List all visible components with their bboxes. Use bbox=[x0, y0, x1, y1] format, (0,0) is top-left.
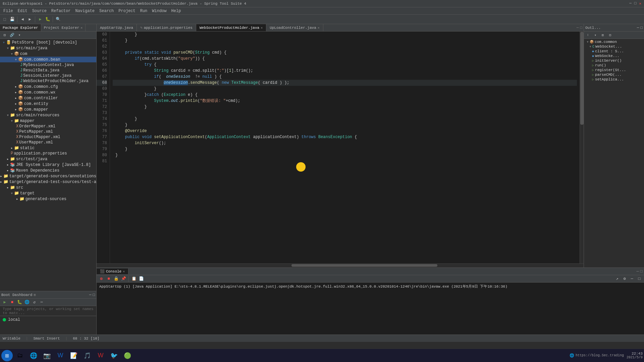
twitter-button[interactable]: 🐦 bbox=[108, 350, 120, 362]
editor-maximize-icon[interactable]: □ bbox=[580, 26, 582, 30]
tree-item-src[interactable]: ▸ 📁 src bbox=[0, 185, 96, 190]
console-panel-minimize[interactable]: ─ bbox=[637, 269, 639, 274]
outline-client-field[interactable]: ◆ client : S... bbox=[584, 49, 644, 54]
console-clear-icon[interactable]: ⊗ bbox=[98, 276, 105, 282]
outline-com-common[interactable]: ▿ 📦 com.common bbox=[584, 40, 644, 44]
boot-refresh-icon[interactable]: ↺ bbox=[31, 299, 38, 306]
menu-item-refactor[interactable]: Refactor bbox=[49, 8, 73, 14]
word-button[interactable]: W bbox=[54, 350, 66, 362]
outline-run[interactable]: ▷ run() bbox=[584, 63, 644, 68]
tree-item-jre[interactable]: ▸ 📚 JRE System Library [JavaSE-1.8] bbox=[0, 162, 96, 168]
tab-appstartup[interactable]: AppStartUp.java bbox=[97, 24, 137, 31]
run-button[interactable]: ▶ bbox=[37, 16, 44, 23]
tree-item-ordermapper[interactable]: X OrderMapper.xml bbox=[0, 124, 96, 129]
tab-websocket-close[interactable]: ✕ bbox=[261, 26, 263, 30]
console-minimize-icon[interactable]: ─ bbox=[629, 276, 635, 282]
tab-websocket[interactable]: WebSocketProductHolder.java ✕ bbox=[196, 24, 266, 31]
console-tab[interactable]: ⬛ Console ✕ bbox=[97, 268, 128, 274]
horizontal-scrollbar[interactable] bbox=[97, 263, 584, 267]
console-scroll-lock-icon[interactable]: 🔒 bbox=[113, 276, 119, 282]
toolbar-icon-3[interactable]: ◀ bbox=[19, 16, 26, 23]
tree-item-controller[interactable]: ▸ 📦 com.controller bbox=[0, 95, 96, 101]
outline-register[interactable]: ▷ register(St... bbox=[584, 68, 644, 72]
tree-item-generated-sources[interactable]: ▸ 📁 generated-sources bbox=[0, 196, 96, 202]
menu-item-file[interactable]: File bbox=[1, 8, 15, 14]
outline-initserver[interactable]: ▷ initServer() bbox=[584, 58, 644, 63]
console-close[interactable]: ✕ bbox=[123, 269, 125, 274]
boot-item-local[interactable]: local bbox=[3, 317, 94, 323]
boot-stop-icon[interactable]: ■ bbox=[9, 299, 15, 306]
console-panel-maximize[interactable]: □ bbox=[640, 269, 643, 274]
toolbar-icon-4[interactable]: ▶ bbox=[26, 16, 33, 23]
start-button[interactable]: ⊞ bbox=[1, 350, 13, 361]
link-editor-icon[interactable]: 🔗 bbox=[9, 32, 15, 39]
boot-debug-icon[interactable]: 🐛 bbox=[16, 299, 23, 306]
scrollbar-thumb[interactable] bbox=[580, 32, 584, 125]
console-copy-icon[interactable]: 📋 bbox=[130, 276, 137, 282]
console-settings-icon[interactable]: ⚙ bbox=[621, 276, 628, 282]
tree-item-commonwx[interactable]: ▸ 📦 com.common.wx bbox=[0, 89, 96, 95]
tree-item-sessionlistener[interactable]: J SessionListener.java bbox=[0, 73, 96, 78]
outline-websocke-field[interactable]: ◆ WebSocke... bbox=[584, 54, 644, 58]
chrome-button[interactable]: 🌐 bbox=[28, 350, 40, 362]
tree-item-srcmainjava[interactable]: ▿ 📁 src/main/java bbox=[0, 45, 96, 51]
tree-item-resultdata[interactable]: J ResultData.java bbox=[0, 68, 96, 73]
project-explorer-tab[interactable]: Project Explorer ✕ bbox=[41, 24, 86, 31]
tab-uploadcontroller[interactable]: UpLoadController.java ✕ bbox=[266, 24, 323, 31]
package-explorer-tab[interactable]: Package Explorer bbox=[0, 24, 41, 31]
menu-item-search[interactable]: Search bbox=[97, 8, 116, 14]
menu-item-window[interactable]: Window bbox=[150, 8, 168, 14]
tree-item-target-gen-test[interactable]: ▸ 📁 target/generated-test-sources/test-a… bbox=[0, 179, 96, 185]
outline-websocket-class[interactable]: ▿ C WebSocket... bbox=[584, 44, 644, 49]
h-scroll-thumb[interactable] bbox=[291, 264, 438, 267]
tree-item-mysession[interactable]: J MySessionContext.java bbox=[0, 62, 96, 68]
tree-item-com[interactable]: ▿ 📦 com bbox=[0, 51, 96, 57]
tree-item-appprops[interactable]: P application.properties bbox=[0, 151, 96, 156]
menu-item-project[interactable]: Project bbox=[116, 8, 137, 14]
boot-minimize-icon[interactable]: ─ bbox=[89, 293, 92, 297]
media-button[interactable]: 🎵 bbox=[81, 350, 93, 362]
outline-filter-icon[interactable]: ▾ bbox=[592, 32, 599, 39]
outline-parsecmd[interactable]: ▷ parseCMD(... bbox=[584, 72, 644, 77]
debug-button[interactable]: 🐛 bbox=[44, 16, 51, 23]
toolbar-icon-1[interactable]: ⬚ bbox=[1, 16, 8, 23]
outline-minimize[interactable]: ─ bbox=[637, 26, 639, 30]
tree-item-target[interactable]: ▿ 📁 target bbox=[0, 190, 96, 196]
tree-item-productmapper[interactable]: X ProductMapper.xml bbox=[0, 134, 96, 140]
search-icon[interactable]: 🔍 bbox=[55, 16, 61, 23]
wps-button[interactable]: W bbox=[95, 350, 107, 362]
minimize-button[interactable]: ─ bbox=[629, 1, 632, 6]
boot-open-icon[interactable]: 🌐 bbox=[23, 299, 30, 306]
boot-more-icon[interactable]: ⋯ bbox=[38, 299, 45, 306]
tree-item-mapper-folder[interactable]: ▿ 📁 mapper bbox=[0, 118, 96, 124]
menu-item-source[interactable]: Source bbox=[30, 8, 49, 14]
tree-item-mavendeps[interactable]: ▸ 📚 Maven Dependencies bbox=[0, 168, 96, 173]
outline-sort-icon[interactable]: ↕ bbox=[585, 32, 591, 39]
close-button[interactable]: ✕ bbox=[639, 1, 641, 6]
console-paste-icon[interactable]: 📄 bbox=[138, 276, 145, 282]
tab-appprops[interactable]: ✎ application.properties bbox=[137, 24, 196, 31]
tree-item-entity[interactable]: ▸ 📦 com.entity bbox=[0, 101, 96, 107]
tree-item-usermapper[interactable]: X UserMapper.xml bbox=[0, 140, 96, 145]
menu-item-edit[interactable]: Edit bbox=[16, 8, 30, 14]
project-explorer-close[interactable]: ✕ bbox=[80, 26, 83, 30]
collapse-all-icon[interactable]: ⊟ bbox=[1, 32, 8, 39]
tree-item-mapper[interactable]: ▸ 📦 com.mapper bbox=[0, 107, 96, 112]
maximize-button[interactable]: □ bbox=[634, 1, 637, 6]
view-menu-icon[interactable]: ▾ bbox=[16, 32, 23, 39]
code-content[interactable]: } } private static void parseCMD(String … bbox=[110, 32, 580, 263]
boot-start-icon[interactable]: ▶ bbox=[1, 299, 8, 306]
tree-item-commoncfg[interactable]: ▸ 📦 com.common.cfg bbox=[0, 84, 96, 89]
console-stop-icon[interactable]: ■ bbox=[105, 276, 112, 282]
tooltip-bubble[interactable] bbox=[296, 162, 306, 172]
console-maximize-icon[interactable]: □ bbox=[636, 276, 643, 282]
notepad-button[interactable]: 📝 bbox=[68, 350, 80, 362]
tree-item-petsmapper[interactable]: X PetsMapper.xml bbox=[0, 129, 96, 134]
tab-uploadcontroller-close[interactable]: ✕ bbox=[318, 26, 320, 30]
tree-item-websocketproductholder[interactable]: J WebSocketProductHolder.java bbox=[0, 78, 96, 84]
boot-maximize-icon[interactable]: □ bbox=[93, 293, 95, 297]
tree-item-target-gen-sources[interactable]: ▸ 📁 target/generated-sources/annotations bbox=[0, 173, 96, 179]
tree-item-srcmainresources[interactable]: ▿ 📁 src/main/resources bbox=[0, 112, 96, 118]
menu-item-run[interactable]: Run bbox=[138, 8, 150, 14]
console-open-icon[interactable]: ↗ bbox=[614, 276, 621, 282]
